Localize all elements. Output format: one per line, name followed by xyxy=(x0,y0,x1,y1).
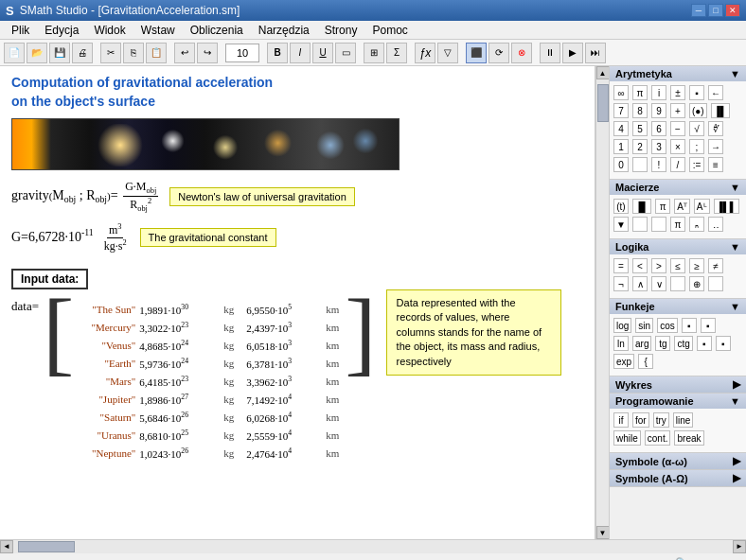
sym-div[interactable]: / xyxy=(670,157,685,172)
redo-button[interactable]: ↪ xyxy=(197,43,218,63)
panel-programowanie-toggle[interactable]: ▼ xyxy=(730,395,740,407)
sym-sin[interactable]: sin xyxy=(635,318,653,333)
border-button[interactable]: ▭ xyxy=(335,43,356,63)
sym-down[interactable]: ▼ xyxy=(613,217,629,232)
sym-AT[interactable]: Aᵀ xyxy=(674,199,690,214)
paste-button[interactable]: 📋 xyxy=(146,43,167,63)
panel-macierze-header[interactable]: Macierze ▼ xyxy=(610,180,746,195)
sym-1[interactable]: 1 xyxy=(613,139,629,154)
sym-minus[interactable]: − xyxy=(670,121,685,136)
calc1-button[interactable]: ⬛ xyxy=(466,43,487,63)
menu-narzedzia[interactable]: Narzędzia xyxy=(251,22,317,39)
sym-while[interactable]: while xyxy=(613,430,641,446)
menu-wstaw[interactable]: Wstaw xyxy=(133,22,183,39)
panel-arytmetyka-toggle[interactable]: ▼ xyxy=(730,68,740,79)
sym-ln[interactable]: ln xyxy=(613,336,629,351)
sym-AL[interactable]: Aᴸ xyxy=(694,199,710,214)
sym-semi[interactable]: ; xyxy=(689,139,704,154)
underline-button[interactable]: U xyxy=(312,43,333,63)
sym-3[interactable]: 3 xyxy=(651,139,666,154)
sym-6[interactable]: 6 xyxy=(651,121,666,136)
sym-l5[interactable] xyxy=(708,276,723,291)
sym-try[interactable]: try xyxy=(653,412,669,428)
sym-or[interactable]: ∨ xyxy=(651,276,666,291)
sym-pi3[interactable]: π xyxy=(670,217,685,232)
sym-tg[interactable]: tg xyxy=(655,336,670,351)
horizontal-scrollbar[interactable]: ◄ ► xyxy=(0,539,746,552)
close-button[interactable]: ✕ xyxy=(725,4,740,17)
menu-widok[interactable]: Widok xyxy=(86,22,133,39)
sym-f2[interactable]: ▪ xyxy=(701,318,716,333)
sym-for[interactable]: for xyxy=(632,412,649,428)
menu-edycja[interactable]: Edycja xyxy=(37,22,86,39)
sym-equiv[interactable]: ≡ xyxy=(708,157,723,172)
sym-9[interactable]: 9 xyxy=(651,103,666,118)
sym-8[interactable]: 8 xyxy=(632,103,648,118)
sym-pi2[interactable]: π xyxy=(655,199,670,214)
sym-lt[interactable]: < xyxy=(632,258,648,273)
formula-button[interactable]: ƒx xyxy=(415,43,435,63)
sym-i[interactable]: i xyxy=(651,85,666,100)
sum-button[interactable]: Σ xyxy=(386,43,407,63)
sym-brace[interactable]: { xyxy=(638,354,653,369)
copy-button[interactable]: ⎘ xyxy=(123,43,144,63)
sym-5[interactable]: 5 xyxy=(632,121,648,136)
minimize-button[interactable]: ─ xyxy=(691,4,706,17)
sym-root4[interactable]: ∜ xyxy=(708,121,723,136)
panel-arytmetyka-header[interactable]: Arytmetyka ▼ xyxy=(610,66,746,81)
scroll-right-button[interactable]: ► xyxy=(733,540,746,553)
hscroll-thumb[interactable] xyxy=(18,541,75,552)
sym-xor[interactable]: ⊕ xyxy=(689,276,704,291)
sym-transpose[interactable]: (t) xyxy=(613,199,629,214)
sym-sqrt[interactable]: √ xyxy=(689,121,704,136)
sym-not[interactable]: ¬ xyxy=(613,276,629,291)
panel-programowanie-header[interactable]: Programowanie ▼ xyxy=(610,394,746,409)
scroll-thumb-v[interactable] xyxy=(597,84,609,122)
sym-4[interactable]: 4 xyxy=(613,121,629,136)
sym-cos[interactable]: cos xyxy=(657,318,678,333)
cut-button[interactable]: ✂ xyxy=(100,43,121,63)
filter-button[interactable]: ▽ xyxy=(437,43,458,63)
sym-line[interactable]: line xyxy=(673,412,694,428)
vertical-scrollbar[interactable]: ▲ ▼ xyxy=(595,66,609,539)
sym-f4[interactable]: ▪ xyxy=(716,336,731,351)
print-button[interactable]: 🖨 xyxy=(72,43,93,63)
sym-neq[interactable]: ≠ xyxy=(708,258,723,273)
sym-assign[interactable]: := xyxy=(689,157,704,172)
sym-geq[interactable]: ≥ xyxy=(689,258,704,273)
stop-button[interactable]: ⊗ xyxy=(511,43,532,63)
sym-m2[interactable] xyxy=(651,217,666,232)
sym-continue[interactable]: cont. xyxy=(645,430,671,446)
sym-gt[interactable]: > xyxy=(651,258,666,273)
panel-symbole-lower-toggle[interactable]: ▶ xyxy=(733,455,740,467)
sym-fact[interactable]: ! xyxy=(651,157,666,172)
panel-logika-header[interactable]: Logika ▼ xyxy=(610,239,746,254)
panel-logika-toggle[interactable]: ▼ xyxy=(730,241,740,253)
italic-button[interactable]: I xyxy=(290,43,311,63)
menu-obliczenia[interactable]: Obliczenia xyxy=(183,22,251,39)
sym-exp[interactable]: exp xyxy=(613,354,634,369)
sym-2[interactable]: 2 xyxy=(632,139,648,154)
sym-matrix[interactable]: ▐▌ xyxy=(711,103,730,118)
sym-pm[interactable]: ± xyxy=(670,85,685,100)
sym-paren[interactable]: (●) xyxy=(689,103,707,118)
panel-symbole-lower-header[interactable]: Symbole (α-ω) ▶ xyxy=(610,453,746,469)
sym-space[interactable] xyxy=(632,157,648,172)
sym-m1[interactable] xyxy=(632,217,648,232)
font-size-input[interactable] xyxy=(225,44,259,62)
panel-symbole-upper-header[interactable]: Symbole (Α-Ω) ▶ xyxy=(610,470,746,486)
maximize-button[interactable]: □ xyxy=(708,4,723,17)
scroll-up-button[interactable]: ▲ xyxy=(596,66,610,79)
sym-arg[interactable]: arg xyxy=(632,336,651,351)
panel-wykres-header[interactable]: Wykres ▶ xyxy=(610,376,746,393)
sym-and[interactable]: ∧ xyxy=(632,276,648,291)
sym-0[interactable]: 0 xyxy=(613,157,629,172)
sym-log[interactable]: log xyxy=(613,318,631,333)
menu-strony[interactable]: Strony xyxy=(317,22,365,39)
sym-leq[interactable]: ≤ xyxy=(670,258,685,273)
menu-plik[interactable]: Plik xyxy=(4,22,37,39)
sym-mat2[interactable]: ▐▌ xyxy=(632,199,651,214)
sym-pi[interactable]: π xyxy=(632,85,648,100)
titlebar-controls[interactable]: ─ □ ✕ xyxy=(691,4,740,17)
sym-l4[interactable] xyxy=(670,276,685,291)
